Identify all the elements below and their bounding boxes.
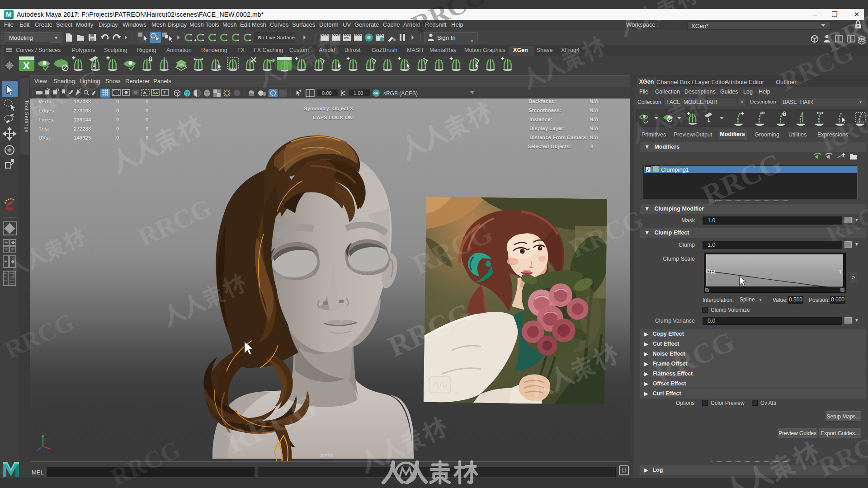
svg-text:y: y <box>44 437 47 442</box>
svg-text:R: R <box>711 268 716 276</box>
svg-text:T: T <box>838 268 842 276</box>
